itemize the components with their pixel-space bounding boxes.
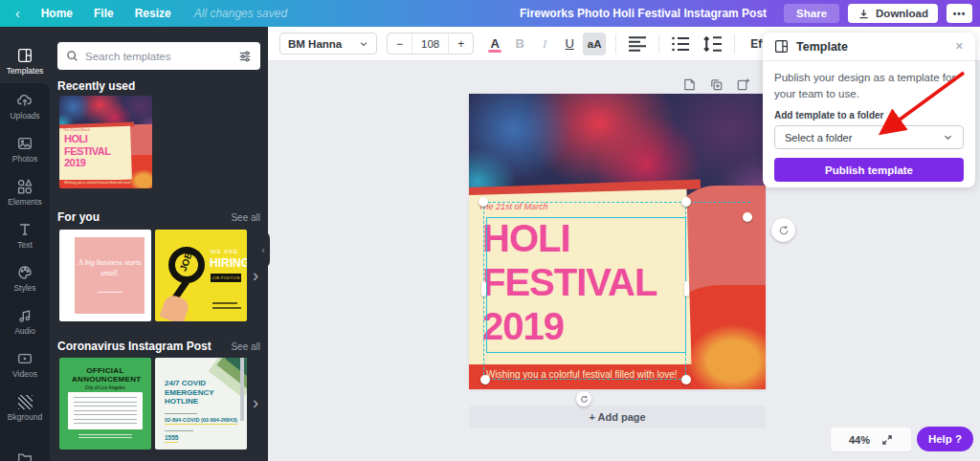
carousel-next-icon[interactable]: › [253,394,258,411]
styles-icon [17,265,33,280]
refresh-icon [778,225,790,236]
refresh-bubble-button[interactable] [771,218,795,242]
text-align-icon[interactable] [626,33,649,55]
search-input[interactable] [85,51,232,62]
sidebar-item-templates[interactable]: Templates [0,40,50,83]
sidebar-item-folder[interactable] [0,436,50,461]
underline-button[interactable]: U [558,33,581,55]
bold-button[interactable]: B [508,33,531,55]
text-color-button[interactable]: A [483,33,506,55]
canvas-page[interactable]: The 21st of March HOLIFESTIVAL2019 Wishi… [469,94,766,389]
sidebar-item-background[interactable]: Bkground [0,386,50,429]
page-controls [682,77,750,92]
close-icon[interactable]: ✕ [955,40,964,53]
search-box [57,42,260,70]
duplicate-page-icon[interactable] [709,77,724,92]
rotate-icon [580,395,589,404]
font-size-decrease-button[interactable]: − [388,33,412,54]
text-case-button[interactable]: aA [583,33,606,55]
line-spacing-icon[interactable] [702,33,724,55]
template-thumbnail-hiring[interactable]: JOB WE ARE HIRING JOB POSITION [155,230,247,321]
topbar-more-button[interactable]: ••• [947,4,972,23]
filter-icon[interactable] [238,50,252,63]
publish-template-button[interactable]: Publish template [774,158,964,182]
menu-home[interactable]: Home [41,7,73,20]
zoom-level[interactable]: 44% [849,434,870,446]
template-thumbnail-announcement[interactable]: OFFICIAL ANNOUNCEMENT City of Los Angele… [59,358,151,450]
notes-icon[interactable] [682,77,697,92]
design-title[interactable]: Fireworks Photo Holi Festival Instagram … [520,7,767,20]
carousel-next-icon[interactable]: › [253,267,258,284]
chevron-down-icon [943,132,953,143]
folder-select[interactable]: Select a folder [774,125,964,149]
chevron-down-icon [359,39,368,49]
orange-splash [687,324,766,389]
uploads-icon [17,93,33,108]
sidebar: Templates Uploads Photos Elements Text S… [0,27,50,461]
rotate-handle[interactable] [576,391,591,406]
font-size-stepper: − 108 + [387,33,474,55]
see-all-link[interactable]: See all [231,341,260,352]
sidebar-item-elements[interactable]: Elements [0,171,50,214]
elements-icon [17,179,33,194]
search-icon [66,50,78,62]
videos-icon [17,351,33,366]
design-tagline-text[interactable]: Wishing you a colorful festival filled w… [486,369,678,380]
back-chevron-icon[interactable]: ‹ [15,7,20,20]
fullscreen-icon[interactable] [881,434,893,446]
sidebar-item-photos[interactable]: Photos [0,128,50,171]
autosave-status: All changes saved [194,7,287,20]
font-size-increase-button[interactable]: + [449,33,473,54]
section-coronavirus: Coronavirus Instagram Post See all [57,340,260,353]
section-for-you: For you See all [57,210,260,224]
template-thumbnail-holi[interactable]: The 21st of March HOLIFESTIVAL2019 Wishi… [59,96,152,188]
font-size-value[interactable]: 108 [412,33,449,54]
top-bar: ‹ Home File Resize All changes saved Fir… [0,0,980,27]
templates-icon [17,48,33,63]
font-family-select[interactable]: BM Hanna [279,33,377,55]
text-icon [17,222,33,237]
templates-panel: Recently used The 21st of March HOLIFEST… [50,27,268,461]
help-button[interactable]: Help ? [917,427,973,451]
template-thumbnail-hotline[interactable]: 24/7 COVID EMERGENCY HOTLINE 02-894-COVI… [155,358,247,450]
download-button[interactable]: Download [848,4,938,23]
folder-icon [17,450,33,461]
zoom-control: 44% [831,428,911,451]
list-icon[interactable] [669,33,692,55]
photos-icon [17,136,33,151]
download-icon [858,8,870,20]
template-popup-header: Template ✕ [763,33,975,61]
panel-collapse-tab[interactable]: ‹ [256,231,270,268]
collapse-chevron-icon: ‹ [261,244,265,255]
see-all-link[interactable]: See all [231,212,260,223]
sidebar-item-text[interactable]: Text [0,214,50,257]
design-date-text[interactable]: The 21st of March [479,202,548,211]
menu-file[interactable]: File [94,7,114,20]
popup-description: Publish your design as a template for yo… [774,70,964,101]
folder-label: Add template to a folder [774,110,964,121]
sidebar-item-videos[interactable]: Videos [0,343,50,386]
template-popup: Template ✕ Publish your design as a temp… [763,33,975,187]
sidebar-item-audio[interactable]: Audio [0,300,50,343]
section-recently-used: Recently used [57,79,260,93]
template-thumbnail-quote[interactable]: A big business starts small. [59,230,151,321]
add-page-icon[interactable] [736,77,750,92]
sidebar-item-uploads[interactable]: Uploads [0,85,50,128]
menu-resize[interactable]: Resize [135,7,171,20]
italic-button[interactable]: I [533,33,556,55]
share-button[interactable]: Share [784,4,839,23]
template-icon [774,39,789,54]
audio-icon [17,308,33,323]
background-icon [18,395,33,409]
sidebar-item-styles[interactable]: Styles [0,257,50,300]
add-page-button[interactable]: + Add page [469,406,766,428]
design-title-text[interactable]: HOLIFESTIVAL2019 [482,216,657,348]
